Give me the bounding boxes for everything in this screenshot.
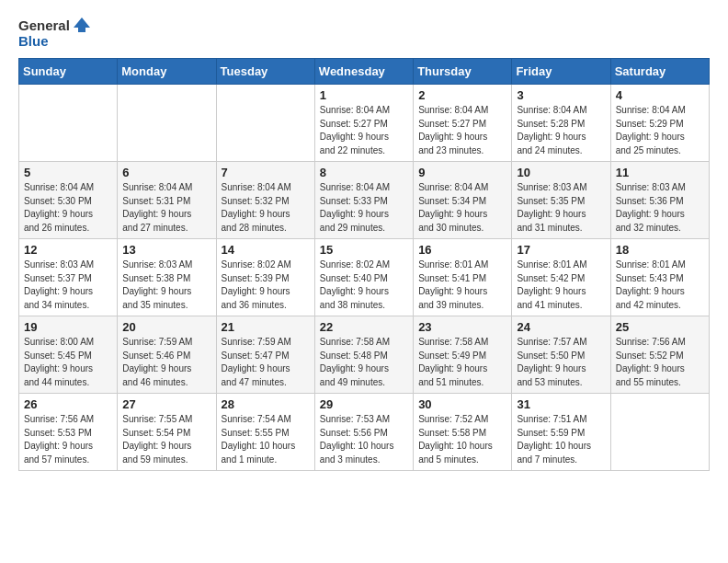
weekday-thursday: Thursday — [414, 59, 512, 85]
weekday-monday: Monday — [118, 59, 216, 85]
day-cell: 20Sunrise: 7:59 AM Sunset: 5:46 PM Dayli… — [118, 316, 216, 394]
day-cell: 4Sunrise: 8:04 AM Sunset: 5:29 PM Daylig… — [610, 85, 709, 162]
day-number: 18 — [616, 243, 704, 257]
day-cell: 12Sunrise: 8:03 AM Sunset: 5:37 PM Dayli… — [19, 239, 118, 316]
day-number: 3 — [517, 88, 605, 102]
weekday-sunday: Sunday — [19, 59, 118, 85]
logo-general: General — [18, 17, 70, 33]
day-cell — [610, 394, 709, 471]
day-number: 25 — [616, 320, 704, 334]
day-number: 12 — [24, 243, 112, 257]
day-info: Sunrise: 7:59 AM Sunset: 5:46 PM Dayligh… — [122, 336, 210, 389]
day-info: Sunrise: 8:04 AM Sunset: 5:29 PM Dayligh… — [616, 104, 704, 157]
day-cell: 14Sunrise: 8:02 AM Sunset: 5:39 PM Dayli… — [216, 239, 314, 316]
day-cell: 21Sunrise: 7:59 AM Sunset: 5:47 PM Dayli… — [216, 316, 314, 394]
logo: General Blue — [18, 15, 92, 49]
day-number: 30 — [418, 397, 506, 411]
day-info: Sunrise: 7:59 AM Sunset: 5:47 PM Dayligh… — [222, 336, 310, 389]
day-number: 9 — [418, 166, 506, 179]
day-info: Sunrise: 8:00 AM Sunset: 5:45 PM Dayligh… — [24, 336, 112, 389]
week-row-1: 1Sunrise: 8:04 AM Sunset: 5:27 PM Daylig… — [19, 85, 710, 162]
day-cell: 10Sunrise: 8:03 AM Sunset: 5:35 PM Dayli… — [512, 162, 610, 239]
day-cell: 2Sunrise: 8:04 AM Sunset: 5:27 PM Daylig… — [414, 85, 512, 162]
day-cell: 7Sunrise: 8:04 AM Sunset: 5:32 PM Daylig… — [216, 162, 314, 239]
day-cell: 22Sunrise: 7:58 AM Sunset: 5:48 PM Dayli… — [314, 316, 413, 394]
day-number: 29 — [320, 397, 408, 411]
day-info: Sunrise: 7:57 AM Sunset: 5:50 PM Dayligh… — [517, 336, 605, 389]
day-info: Sunrise: 8:03 AM Sunset: 5:36 PM Dayligh… — [616, 181, 704, 235]
day-cell: 27Sunrise: 7:55 AM Sunset: 5:54 PM Dayli… — [118, 394, 216, 471]
day-number: 26 — [24, 397, 112, 411]
week-row-4: 19Sunrise: 8:00 AM Sunset: 5:45 PM Dayli… — [19, 316, 710, 394]
day-cell: 23Sunrise: 7:58 AM Sunset: 5:49 PM Dayli… — [414, 316, 512, 394]
day-number: 5 — [24, 166, 112, 179]
day-number: 14 — [222, 243, 310, 257]
svg-marker-0 — [74, 17, 90, 32]
day-cell: 13Sunrise: 8:03 AM Sunset: 5:38 PM Dayli… — [118, 239, 216, 316]
day-info: Sunrise: 8:04 AM Sunset: 5:31 PM Dayligh… — [122, 181, 210, 235]
day-cell: 29Sunrise: 7:53 AM Sunset: 5:56 PM Dayli… — [314, 394, 413, 471]
day-info: Sunrise: 8:04 AM Sunset: 5:33 PM Dayligh… — [320, 181, 408, 235]
weekday-header-row: SundayMondayTuesdayWednesdayThursdayFrid… — [19, 59, 710, 85]
day-info: Sunrise: 8:04 AM Sunset: 5:34 PM Dayligh… — [418, 181, 506, 235]
day-number: 19 — [24, 320, 112, 334]
day-number: 20 — [122, 320, 210, 334]
page: General Blue SundayMondayTuesdayWednesda… — [0, 0, 728, 489]
logo-blue: Blue — [18, 33, 92, 49]
day-info: Sunrise: 8:02 AM Sunset: 5:39 PM Dayligh… — [222, 259, 310, 312]
day-info: Sunrise: 8:03 AM Sunset: 5:37 PM Dayligh… — [24, 259, 112, 312]
day-number: 31 — [517, 397, 605, 411]
day-cell: 19Sunrise: 8:00 AM Sunset: 5:45 PM Dayli… — [19, 316, 118, 394]
day-number: 21 — [222, 320, 310, 334]
day-cell: 15Sunrise: 8:02 AM Sunset: 5:40 PM Dayli… — [314, 239, 413, 316]
header: General Blue — [18, 15, 710, 49]
day-cell: 24Sunrise: 7:57 AM Sunset: 5:50 PM Dayli… — [512, 316, 610, 394]
day-cell: 17Sunrise: 8:01 AM Sunset: 5:42 PM Dayli… — [512, 239, 610, 316]
day-number: 27 — [122, 397, 210, 411]
day-info: Sunrise: 8:01 AM Sunset: 5:43 PM Dayligh… — [616, 259, 704, 312]
day-number: 11 — [616, 166, 704, 179]
day-info: Sunrise: 8:03 AM Sunset: 5:38 PM Dayligh… — [122, 259, 210, 312]
calendar: SundayMondayTuesdayWednesdayThursdayFrid… — [18, 58, 710, 471]
day-cell: 25Sunrise: 7:56 AM Sunset: 5:52 PM Dayli… — [610, 316, 709, 394]
day-info: Sunrise: 8:04 AM Sunset: 5:32 PM Dayligh… — [222, 181, 310, 235]
day-cell: 31Sunrise: 7:51 AM Sunset: 5:59 PM Dayli… — [512, 394, 610, 471]
day-info: Sunrise: 8:01 AM Sunset: 5:42 PM Dayligh… — [517, 259, 605, 312]
day-number: 23 — [418, 320, 506, 334]
day-cell: 11Sunrise: 8:03 AM Sunset: 5:36 PM Dayli… — [610, 162, 709, 239]
day-cell — [216, 85, 314, 162]
day-cell: 8Sunrise: 8:04 AM Sunset: 5:33 PM Daylig… — [314, 162, 413, 239]
day-number: 2 — [418, 88, 506, 102]
day-number: 28 — [222, 397, 310, 411]
day-cell: 3Sunrise: 8:04 AM Sunset: 5:28 PM Daylig… — [512, 85, 610, 162]
day-number: 24 — [517, 320, 605, 334]
weekday-tuesday: Tuesday — [216, 59, 314, 85]
day-cell: 18Sunrise: 8:01 AM Sunset: 5:43 PM Dayli… — [610, 239, 709, 316]
day-number: 15 — [320, 243, 408, 257]
day-number: 6 — [122, 166, 210, 179]
day-cell: 26Sunrise: 7:56 AM Sunset: 5:53 PM Dayli… — [19, 394, 118, 471]
day-number: 10 — [517, 166, 605, 179]
weekday-wednesday: Wednesday — [314, 59, 413, 85]
day-info: Sunrise: 8:01 AM Sunset: 5:41 PM Dayligh… — [418, 259, 506, 312]
day-number: 8 — [320, 166, 408, 179]
day-info: Sunrise: 8:03 AM Sunset: 5:35 PM Dayligh… — [517, 181, 605, 235]
day-cell: 6Sunrise: 8:04 AM Sunset: 5:31 PM Daylig… — [118, 162, 216, 239]
day-cell: 9Sunrise: 8:04 AM Sunset: 5:34 PM Daylig… — [414, 162, 512, 239]
logo-icon — [72, 15, 92, 35]
week-row-3: 12Sunrise: 8:03 AM Sunset: 5:37 PM Dayli… — [19, 239, 710, 316]
day-info: Sunrise: 7:54 AM Sunset: 5:55 PM Dayligh… — [222, 413, 310, 466]
day-info: Sunrise: 7:56 AM Sunset: 5:52 PM Dayligh… — [616, 336, 704, 389]
day-info: Sunrise: 7:51 AM Sunset: 5:59 PM Dayligh… — [517, 413, 605, 466]
week-row-2: 5Sunrise: 8:04 AM Sunset: 5:30 PM Daylig… — [19, 162, 710, 239]
day-info: Sunrise: 8:04 AM Sunset: 5:28 PM Dayligh… — [517, 104, 605, 157]
day-info: Sunrise: 8:04 AM Sunset: 5:27 PM Dayligh… — [418, 104, 506, 157]
day-number: 7 — [222, 166, 310, 179]
day-cell: 16Sunrise: 8:01 AM Sunset: 5:41 PM Dayli… — [414, 239, 512, 316]
weekday-saturday: Saturday — [610, 59, 709, 85]
day-info: Sunrise: 8:04 AM Sunset: 5:30 PM Dayligh… — [24, 181, 112, 235]
day-info: Sunrise: 7:56 AM Sunset: 5:53 PM Dayligh… — [24, 413, 112, 466]
day-info: Sunrise: 8:02 AM Sunset: 5:40 PM Dayligh… — [320, 259, 408, 312]
day-info: Sunrise: 8:04 AM Sunset: 5:27 PM Dayligh… — [320, 104, 408, 157]
day-cell: 30Sunrise: 7:52 AM Sunset: 5:58 PM Dayli… — [414, 394, 512, 471]
